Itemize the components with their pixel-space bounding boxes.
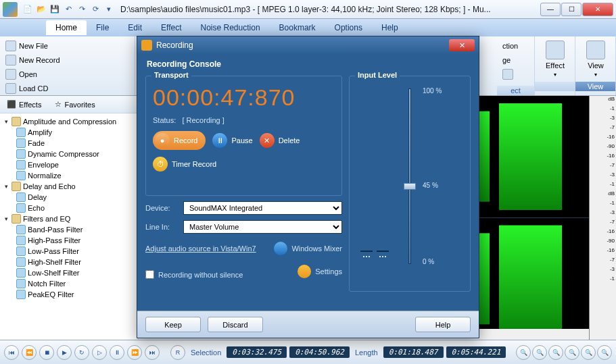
window-title: D:\samples\audio files\music01.mp3 - [ M… bbox=[115, 5, 540, 14]
side-tab-effects[interactable]: ⬛ Effects bbox=[0, 97, 48, 111]
delete-button[interactable]: ✕ Delete bbox=[260, 133, 300, 148]
zoom-v-out-button[interactable]: 🔍 bbox=[597, 345, 612, 360]
device-select[interactable]: SoundMAX Integrated bbox=[183, 201, 342, 215]
tree-effect-item[interactable]: Notch Filter bbox=[0, 278, 138, 289]
tree-effect-item[interactable]: Normalize bbox=[0, 170, 138, 181]
discard-button[interactable]: Discard bbox=[208, 317, 263, 332]
record-button[interactable]: ● Record bbox=[153, 131, 206, 150]
dialog-titlebar[interactable]: Recording ✕ bbox=[137, 36, 479, 54]
zoom-out-button[interactable]: 🔍 bbox=[532, 345, 547, 360]
transport-ff-end[interactable]: ⏭ bbox=[145, 345, 160, 360]
input-level-slider-track[interactable] bbox=[408, 88, 411, 264]
zoom-in-button[interactable]: 🔍 bbox=[516, 345, 531, 360]
effect-item-icon bbox=[16, 290, 26, 299]
tree-group[interactable]: ▾Amplitude and Compression bbox=[0, 116, 138, 127]
adjust-source-link[interactable]: Adjust audio source in Vista/Win7 bbox=[145, 244, 256, 253]
dialog-close-button[interactable]: ✕ bbox=[449, 39, 475, 51]
transport-play[interactable]: ▶ bbox=[57, 345, 72, 360]
timer-record-button[interactable]: ⏱ Timer Record bbox=[153, 157, 335, 172]
tree-effect-item[interactable]: Dynamic Compressor bbox=[0, 149, 138, 159]
tree-effect-item[interactable]: High-Pass Filter bbox=[0, 235, 138, 246]
ribbon-effect-button[interactable]: Effect ▾ bbox=[535, 36, 575, 82]
recording-console-header: Recording Console bbox=[137, 54, 479, 72]
windows-mixer-button[interactable]: Windows Mixer bbox=[274, 242, 342, 255]
ribbon-partial-item[interactable]: ction bbox=[500, 39, 531, 53]
transport-rewind[interactable]: ⏪ bbox=[22, 345, 37, 360]
zoom-sel-button[interactable]: 🔍 bbox=[548, 345, 563, 360]
effects-tree: ▾Amplitude and CompressionAmplifyFadeDyn… bbox=[0, 113, 138, 340]
close-button[interactable]: ✕ bbox=[582, 3, 613, 16]
ribbon-view-button[interactable]: View ▾ bbox=[575, 36, 616, 82]
ribbon-item-load-cd[interactable]: Load CD bbox=[3, 82, 132, 95]
qa-open-icon[interactable]: 📂 bbox=[35, 3, 47, 16]
tree-effect-item[interactable]: Low-Pass Filter bbox=[0, 246, 138, 257]
ribbon-group-view-label: View bbox=[575, 82, 615, 91]
qa-refresh-icon[interactable]: ⟳ bbox=[89, 3, 101, 16]
tree-effect-item[interactable]: Low-Shelf Filter bbox=[0, 267, 138, 278]
tree-group[interactable]: ▾Delay and Echo bbox=[0, 181, 138, 192]
input-level-slider-thumb[interactable] bbox=[404, 183, 416, 190]
tree-effect-item[interactable]: Delay bbox=[0, 192, 138, 203]
qa-new-icon[interactable]: 📄 bbox=[22, 3, 34, 16]
selection-end-time: 0:04:50.962 bbox=[289, 346, 350, 358]
keep-button[interactable]: Keep bbox=[145, 317, 201, 332]
effect-item-icon bbox=[16, 138, 26, 148]
tree-effect-item[interactable]: Echo bbox=[0, 203, 138, 213]
transport-play-loop[interactable]: ↻ bbox=[74, 345, 89, 360]
tree-group[interactable]: ▾Filters and EQ bbox=[0, 213, 138, 224]
menu-tab-edit[interactable]: Edit bbox=[118, 20, 151, 35]
effect-item-icon bbox=[16, 192, 26, 202]
ribbon-partial-item[interactable]: ge bbox=[500, 53, 531, 67]
ribbon-partial-icon[interactable] bbox=[500, 68, 531, 81]
transport-play-sel[interactable]: ▷ bbox=[92, 345, 107, 360]
transport-record[interactable]: R bbox=[170, 345, 185, 360]
ribbon-item-new-file[interactable]: New File bbox=[3, 39, 132, 53]
transport-pause[interactable]: ⏸ bbox=[110, 345, 124, 360]
effect-item-icon bbox=[16, 268, 26, 278]
ribbon-item-open[interactable]: Open bbox=[3, 68, 132, 81]
menu-tab-options[interactable]: Options bbox=[325, 20, 372, 35]
tree-effect-item[interactable]: Amplify bbox=[0, 127, 138, 138]
qa-redo-icon[interactable]: ↷ bbox=[76, 3, 88, 16]
menu-tab-bookmark[interactable]: Bookmark bbox=[270, 20, 325, 35]
zoom-v-in-button[interactable]: 🔍 bbox=[581, 345, 596, 360]
tree-effect-item[interactable]: High-Shelf Filter bbox=[0, 257, 138, 267]
effect-item-icon bbox=[16, 225, 26, 234]
menu-tab-file[interactable]: File bbox=[87, 20, 118, 35]
selection-start-time: 0:03:32.475 bbox=[227, 346, 287, 358]
folder-icon bbox=[11, 182, 21, 191]
maximize-button[interactable]: ☐ bbox=[561, 3, 582, 16]
vu-meters bbox=[360, 88, 389, 264]
menu-tab-effect[interactable]: Effect bbox=[151, 20, 191, 35]
menu-tab-help[interactable]: Help bbox=[372, 20, 408, 35]
qa-undo-icon[interactable]: ↶ bbox=[62, 3, 74, 16]
effect-item-icon bbox=[16, 257, 26, 267]
tree-effect-item[interactable]: Fade bbox=[0, 138, 138, 149]
minimize-button[interactable]: — bbox=[540, 3, 561, 16]
effect-item-icon bbox=[16, 160, 26, 170]
transport-ff[interactable]: ⏩ bbox=[127, 345, 142, 360]
transport-rewind-start[interactable]: ⏮ bbox=[4, 345, 19, 360]
input-level-legend: Input Level bbox=[355, 71, 400, 79]
pause-button[interactable]: ⏸ Pause bbox=[212, 133, 252, 148]
tree-effect-item[interactable]: Envelope bbox=[0, 159, 138, 170]
selection-label: Selection bbox=[188, 348, 224, 357]
zoom-fit-button[interactable]: 🔍 bbox=[565, 345, 579, 360]
record-without-silence-checkbox[interactable] bbox=[145, 270, 154, 279]
ribbon-item-new-record[interactable]: New Record bbox=[3, 53, 132, 67]
gear-icon bbox=[298, 265, 311, 278]
dialog-title: Recording bbox=[156, 41, 193, 50]
settings-button[interactable]: Settings bbox=[298, 265, 342, 278]
tree-effect-item[interactable]: Band-Pass Filter bbox=[0, 224, 138, 235]
menu-tab-noise-reduction[interactable]: Noise Reduction bbox=[191, 20, 270, 35]
recording-timer: 00:00:47:870 bbox=[153, 82, 335, 116]
help-button[interactable]: Help bbox=[415, 317, 471, 332]
qa-dropdown-icon[interactable]: ▾ bbox=[103, 3, 115, 16]
qa-save-icon[interactable]: 💾 bbox=[49, 3, 61, 16]
linein-select[interactable]: Master Volume bbox=[183, 220, 342, 234]
transport-stop[interactable]: ⏹ bbox=[39, 345, 54, 360]
side-tab-favorites[interactable]: ☆ Favorites bbox=[48, 97, 101, 111]
tree-effect-item[interactable]: PeakEQ Filter bbox=[0, 289, 138, 300]
ribbon-group-partial-label: ect bbox=[497, 86, 534, 95]
menu-tab-home[interactable]: Home bbox=[46, 20, 87, 35]
